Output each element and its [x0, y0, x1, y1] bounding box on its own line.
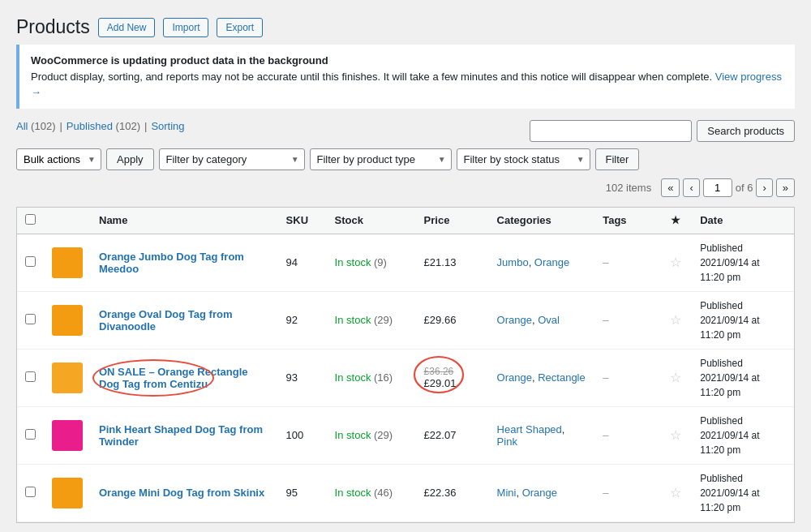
product-stock-cell: In stock (46)	[327, 464, 416, 521]
filter-button[interactable]: Filter	[595, 148, 640, 170]
product-name-link[interactable]: Orange Oval Dog Tag from Divanoodle	[99, 308, 232, 332]
stock-count: (9)	[374, 256, 387, 268]
search-input[interactable]	[530, 120, 692, 142]
table-row: Orange Oval Dog Tag from Divanoodle92In …	[17, 291, 794, 349]
stock-status: In stock	[335, 314, 371, 326]
search-products-button[interactable]: Search products	[697, 120, 795, 142]
select-all-checkbox[interactable]	[25, 214, 36, 225]
category-link[interactable]: Mini	[497, 487, 517, 499]
product-type-filter-select[interactable]: Filter by product type	[310, 148, 452, 170]
sale-price: £29.01	[424, 377, 457, 389]
page-title: Products	[16, 16, 90, 38]
first-page-button[interactable]: «	[661, 178, 680, 197]
product-categories-cell: Heart Shaped, Pink	[489, 406, 595, 464]
featured-star-icon[interactable]: ☆	[670, 428, 681, 442]
add-new-button[interactable]: Add New	[98, 18, 156, 37]
tags-col-header: Tags	[594, 208, 659, 234]
tablenav-top: Search products All (102) | Published (1…	[16, 120, 795, 148]
prev-page-button[interactable]: ‹	[683, 178, 699, 197]
sku-col-header: SKU	[278, 208, 327, 234]
product-name-link[interactable]: Orange Mini Dog Tag from Skinix	[99, 487, 264, 499]
published-filter-link[interactable]: Published (102)	[67, 120, 140, 132]
product-name-link[interactable]: Orange Jumbo Dog Tag from Meedoo	[99, 251, 244, 275]
sorting-link[interactable]: Sorting	[151, 120, 184, 132]
product-categories-cell: Jumbo, Orange	[489, 234, 595, 291]
import-button[interactable]: Import	[163, 18, 208, 37]
category-link[interactable]: Jumbo	[497, 256, 529, 268]
product-featured-cell: ☆	[659, 464, 692, 521]
name-col-header: Name	[91, 208, 278, 234]
category-link[interactable]: Rectangle	[538, 371, 586, 384]
regular-price: £21.13	[424, 256, 457, 268]
products-table-wrap: Name SKU Stock Price Categories	[16, 207, 795, 523]
price-col-header: Price	[416, 208, 489, 234]
row-checkbox[interactable]	[25, 487, 36, 497]
product-name-cell: Orange Oval Dog Tag from Divanoodle	[91, 291, 278, 349]
current-page-input[interactable]	[703, 178, 732, 197]
table-row: Pink Heart Shaped Dog Tag from Twinder10…	[17, 406, 794, 464]
category-link[interactable]: Orange	[497, 371, 532, 384]
category-link[interactable]: Orange	[522, 487, 557, 499]
product-date-cell: Published2021/09/14 at 11:20 pm	[692, 406, 794, 464]
apply-button[interactable]: Apply	[106, 148, 154, 170]
category-link[interactable]: Orange	[497, 314, 532, 326]
product-name-link[interactable]: Pink Heart Shaped Dog Tag from Twinder	[99, 423, 263, 448]
date-col-header: Date	[692, 208, 794, 234]
product-categories-cell: Mini, Orange	[489, 464, 595, 521]
row-checkbox[interactable]	[25, 256, 36, 267]
category-link[interactable]: Pink	[497, 435, 517, 448]
featured-star-icon[interactable]: ☆	[670, 371, 681, 384]
product-date-cell: Published2021/09/14 at 11:20 pm	[692, 234, 794, 291]
row-checkbox[interactable]	[25, 314, 36, 324]
product-name-link[interactable]: ON SALE – Orange Rectangle Dog Tag from …	[99, 366, 248, 390]
product-tags-cell: –	[594, 349, 659, 406]
table-row: ON SALE – Orange Rectangle Dog Tag from …	[17, 349, 794, 406]
product-name-cell: Orange Mini Dog Tag from Skinix	[91, 464, 278, 521]
featured-star-icon[interactable]: ☆	[670, 486, 681, 500]
featured-star-icon[interactable]: ☆	[670, 313, 681, 327]
product-name-cell: ON SALE – Orange Rectangle Dog Tag from …	[91, 349, 278, 406]
category-link[interactable]: Oval	[538, 314, 560, 326]
row-checkbox[interactable]	[25, 429, 36, 440]
thumb-col-header	[44, 208, 91, 234]
next-page-button[interactable]: ›	[756, 178, 772, 197]
search-area: Search products	[530, 120, 795, 142]
product-name-cell: Pink Heart Shaped Dog Tag from Twinder	[91, 406, 278, 464]
stock-count: (16)	[374, 371, 393, 384]
product-categories-cell: Orange, Rectangle	[489, 349, 595, 406]
product-price-cell: £36.26 £29.01	[416, 349, 489, 406]
filter-row: Bulk actions ▼ Apply Filter by category …	[16, 148, 795, 170]
product-featured-cell: ☆	[659, 349, 692, 406]
stock-status: In stock	[335, 429, 371, 441]
category-link[interactable]: Orange	[534, 256, 569, 268]
notice-text: Product display, sorting, and reports ma…	[31, 71, 712, 83]
product-thumbnail	[52, 420, 83, 451]
table-header-row: Name SKU Stock Price Categories	[17, 208, 794, 234]
pagination-top: 102 items « ‹ of 6 › »	[16, 178, 795, 202]
bulk-actions-select[interactable]: Bulk actions	[16, 148, 101, 170]
stock-status-filter-wrapper: Filter by stock status ▼	[457, 148, 590, 170]
product-sku-cell: 95	[278, 464, 327, 521]
last-page-button[interactable]: »	[776, 178, 795, 197]
product-price-cell: £22.36	[416, 464, 489, 521]
products-table: Name SKU Stock Price Categories	[17, 208, 794, 522]
category-filter-select[interactable]: Filter by category	[159, 148, 305, 170]
export-button[interactable]: Export	[217, 18, 263, 37]
row-checkbox[interactable]	[25, 371, 36, 382]
product-sku-cell: 94	[278, 234, 327, 291]
select-all-col	[17, 208, 44, 234]
product-tags-cell: –	[594, 464, 659, 521]
stock-status: In stock	[335, 487, 371, 499]
all-filter-link[interactable]: All (102)	[16, 120, 55, 132]
category-link[interactable]: Heart Shaped	[497, 423, 562, 435]
stock-col-header: Stock	[327, 208, 416, 234]
featured-star-icon[interactable]: ☆	[670, 255, 681, 269]
stock-status-filter-select[interactable]: Filter by stock status	[457, 148, 590, 170]
subsubsub: All (102) | Published (102) | Sorting	[16, 120, 530, 132]
product-featured-cell: ☆	[659, 406, 692, 464]
stock-count: (46)	[374, 487, 393, 499]
product-sku-cell: 93	[278, 349, 327, 406]
product-sku-cell: 100	[278, 406, 327, 464]
product-sku-cell: 92	[278, 291, 327, 349]
notice-title: WooCommerce is updating product data in …	[31, 54, 328, 66]
